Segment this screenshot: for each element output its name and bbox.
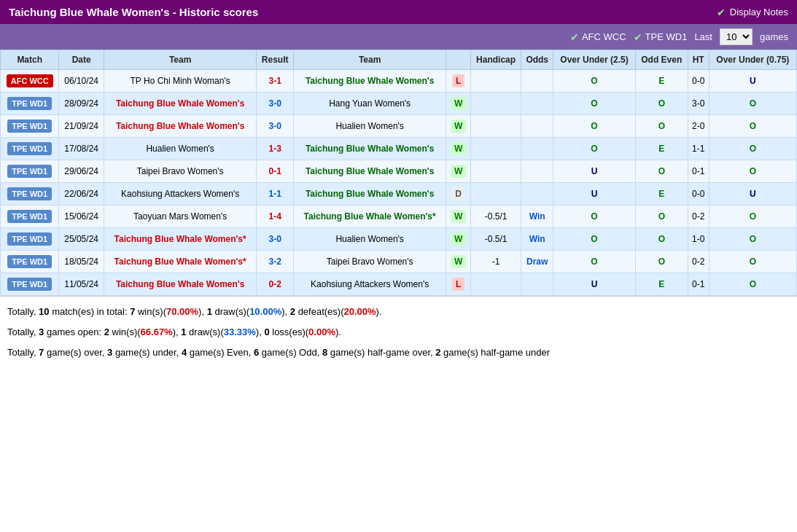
cell-result: 0-1 (257, 160, 293, 183)
col-over-under-25: Over Under (2.5) (553, 50, 636, 70)
filter-bar: ✔ AFC WCC ✔ TPE WD1 Last 10 5 15 20 All … (0, 24, 797, 50)
cell-outcome: W (446, 93, 470, 115)
tpe-wd1-filter[interactable]: ✔ TPE WD1 (634, 31, 688, 43)
cell-odds (521, 160, 553, 183)
matches-table: Match Date Team Result Team Handicap Odd… (0, 50, 797, 296)
cell-handicap: -1 (470, 251, 521, 273)
cell-outcome: W (446, 206, 470, 228)
col-result: Result (257, 50, 293, 70)
cell-handicap: -0.5/1 (470, 206, 521, 228)
cell-ou25: U (553, 160, 636, 183)
cell-team2: Taipei Bravo Women's (293, 251, 446, 273)
cell-odds (521, 93, 553, 115)
col-spacer (446, 50, 470, 70)
cell-date: 11/05/24 (59, 273, 104, 296)
cell-team1: Taipei Bravo Women's (104, 160, 257, 183)
display-notes-label: Display Notes (730, 7, 788, 17)
cell-odds: Win (521, 206, 553, 228)
afc-wcc-check: ✔ (570, 31, 579, 43)
cell-odds: Draw (521, 251, 553, 273)
cell-match: TPE WD1 (1, 115, 59, 138)
cell-result: 3-2 (257, 251, 293, 273)
cell-ou075: U (709, 183, 796, 206)
cell-team2: Hualien Women's (293, 228, 446, 251)
cell-match: TPE WD1 (1, 228, 59, 251)
cell-odds (521, 183, 553, 206)
cell-handicap (470, 70, 521, 93)
cell-oddeven: O (635, 160, 688, 183)
cell-ou25: U (553, 273, 636, 296)
col-handicap: Handicap (470, 50, 521, 70)
last-label: Last (694, 31, 712, 42)
cell-oddeven: E (635, 138, 688, 160)
col-over-under-075: Over Under (0.75) (709, 50, 796, 70)
col-odd-even: Odd Even (635, 50, 688, 70)
cell-outcome: D (446, 183, 470, 206)
cell-team1: TP Ho Chi Minh Woman's (104, 70, 257, 93)
cell-ou25: U (553, 183, 636, 206)
cell-odds: Win (521, 228, 553, 251)
cell-oddeven: O (635, 206, 688, 228)
table-row: TPE WD118/05/24Taichung Blue Whale Women… (1, 251, 797, 273)
cell-result: 1-1 (257, 183, 293, 206)
cell-match: TPE WD1 (1, 183, 59, 206)
cell-outcome: W (446, 251, 470, 273)
cell-match: TPE WD1 (1, 93, 59, 115)
cell-team2: Taichung Blue Whale Women's (293, 183, 446, 206)
table-row: TPE WD121/09/24Taichung Blue Whale Women… (1, 115, 797, 138)
cell-ht: 0-0 (688, 183, 709, 206)
cell-date: 17/08/24 (59, 138, 104, 160)
cell-match: AFC WCC (1, 70, 59, 93)
cell-handicap (470, 138, 521, 160)
cell-team2: Taichung Blue Whale Women's (293, 160, 446, 183)
cell-oddeven: O (635, 228, 688, 251)
cell-outcome: W (446, 160, 470, 183)
summary-line3: Totally, 7 game(s) over, 3 game(s) under… (7, 343, 790, 362)
col-odds: Odds (521, 50, 553, 70)
cell-date: 06/10/24 (59, 70, 104, 93)
cell-ou075: O (709, 251, 796, 273)
cell-ht: 3-0 (688, 93, 709, 115)
cell-handicap (470, 93, 521, 115)
games-label: games (760, 31, 788, 42)
cell-result: 3-0 (257, 115, 293, 138)
cell-handicap (470, 183, 521, 206)
cell-ht: 0-2 (688, 206, 709, 228)
cell-ou25: O (553, 93, 636, 115)
table-row: TPE WD111/05/24Taichung Blue Whale Women… (1, 273, 797, 296)
cell-ou25: O (553, 228, 636, 251)
last-games-select[interactable]: 10 5 15 20 All (720, 28, 753, 45)
cell-ou25: O (553, 70, 636, 93)
cell-oddeven: O (635, 251, 688, 273)
table-row: TPE WD115/06/24Taoyuan Mars Women's1-4Ta… (1, 206, 797, 228)
cell-oddeven: E (635, 273, 688, 296)
cell-oddeven: O (635, 93, 688, 115)
cell-ht: 1-0 (688, 228, 709, 251)
cell-team2: Taichung Blue Whale Women's (293, 138, 446, 160)
cell-team1: Taichung Blue Whale Women's (104, 273, 257, 296)
cell-ou075: O (709, 160, 796, 183)
header-title: Taichung Blue Whale Women's - Historic s… (9, 6, 258, 18)
cell-team2: Hualien Women's (293, 115, 446, 138)
cell-ht: 0-1 (688, 273, 709, 296)
cell-result: 3-0 (257, 93, 293, 115)
summary-line2: Totally, 3 games open: 2 win(s)(66.67%),… (7, 323, 790, 342)
cell-ou075: O (709, 206, 796, 228)
summary: Totally, 10 match(es) in total: 7 win(s)… (0, 296, 797, 369)
afc-wcc-filter[interactable]: ✔ AFC WCC (570, 31, 626, 43)
cell-ht: 1-1 (688, 138, 709, 160)
cell-oddeven: E (635, 70, 688, 93)
cell-match: TPE WD1 (1, 160, 59, 183)
cell-team1: Kaohsiung Attackers Women's (104, 183, 257, 206)
table-row: TPE WD129/06/24Taipei Bravo Women's0-1Ta… (1, 160, 797, 183)
cell-team2: Hang Yuan Women's (293, 93, 446, 115)
cell-team2: Kaohsiung Attackers Women's (293, 273, 446, 296)
col-date: Date (59, 50, 104, 70)
cell-odds (521, 273, 553, 296)
cell-team1: Taoyuan Mars Women's (104, 206, 257, 228)
cell-team1: Taichung Blue Whale Women's (104, 93, 257, 115)
cell-outcome: L (446, 273, 470, 296)
cell-result: 0-2 (257, 273, 293, 296)
cell-match: TPE WD1 (1, 206, 59, 228)
cell-ou075: U (709, 70, 796, 93)
